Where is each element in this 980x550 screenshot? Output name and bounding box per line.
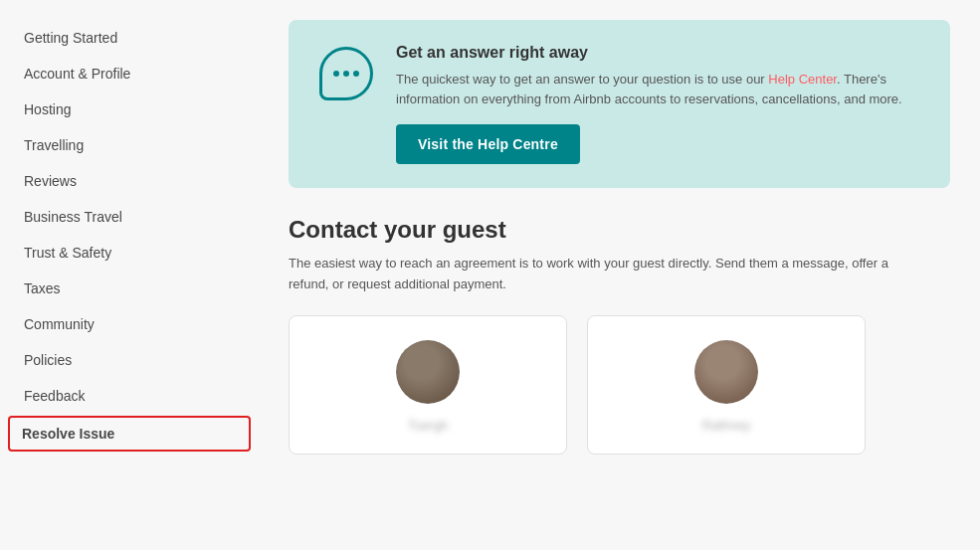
sidebar-item-taxes[interactable]: Taxes bbox=[0, 271, 259, 306]
sidebar-item-trust-safety[interactable]: Trust & Safety bbox=[0, 235, 259, 271]
guest-card-2[interactable]: Rathney bbox=[587, 315, 866, 455]
avatar-2 bbox=[694, 340, 758, 404]
sidebar-item-community[interactable]: Community bbox=[0, 306, 259, 342]
chat-icon-wrap bbox=[316, 44, 376, 103]
avatar-image-1 bbox=[396, 340, 460, 404]
banner-title: Get an answer right away bbox=[396, 44, 922, 62]
visit-help-centre-button[interactable]: Visit the Help Centre bbox=[396, 124, 580, 164]
cards-row: Tuergh Rathney bbox=[289, 315, 950, 455]
sidebar: Getting StartedAccount & ProfileHostingT… bbox=[0, 0, 259, 550]
guest-name-2: Rathney bbox=[702, 418, 750, 433]
guest-name-1: Tuergh bbox=[408, 418, 449, 433]
sidebar-item-policies[interactable]: Policies bbox=[0, 342, 259, 378]
dots-icon bbox=[333, 71, 359, 77]
help-center-link[interactable]: Help Center bbox=[768, 72, 837, 87]
banner-description: The quickest way to get an answer to you… bbox=[396, 70, 922, 108]
avatar-1 bbox=[396, 340, 460, 404]
banner-desc-part1: The quickest way to get an answer to you… bbox=[396, 72, 768, 87]
sidebar-item-account-profile[interactable]: Account & Profile bbox=[0, 56, 259, 92]
sidebar-item-getting-started[interactable]: Getting Started bbox=[0, 20, 259, 56]
dot-1 bbox=[333, 71, 339, 77]
chat-bubble-icon bbox=[319, 47, 373, 100]
help-text: Get an answer right away The quickest wa… bbox=[396, 44, 922, 164]
dot-3 bbox=[353, 71, 359, 77]
sidebar-item-business-travel[interactable]: Business Travel bbox=[0, 199, 259, 235]
sidebar-item-resolve-issue[interactable]: Resolve Issue bbox=[8, 416, 251, 452]
sidebar-item-hosting[interactable]: Hosting bbox=[0, 92, 259, 127]
contact-description: The easiest way to reach an agreement is… bbox=[289, 254, 925, 295]
dot-2 bbox=[343, 71, 349, 77]
guest-card-1[interactable]: Tuergh bbox=[289, 315, 567, 455]
sidebar-item-travelling[interactable]: Travelling bbox=[0, 127, 259, 163]
avatar-image-2 bbox=[694, 340, 758, 404]
main-content: Get an answer right away The quickest wa… bbox=[259, 0, 980, 550]
sidebar-item-reviews[interactable]: Reviews bbox=[0, 163, 259, 199]
help-banner: Get an answer right away The quickest wa… bbox=[289, 20, 950, 188]
sidebar-item-feedback[interactable]: Feedback bbox=[0, 378, 259, 414]
contact-title: Contact your guest bbox=[289, 216, 950, 244]
